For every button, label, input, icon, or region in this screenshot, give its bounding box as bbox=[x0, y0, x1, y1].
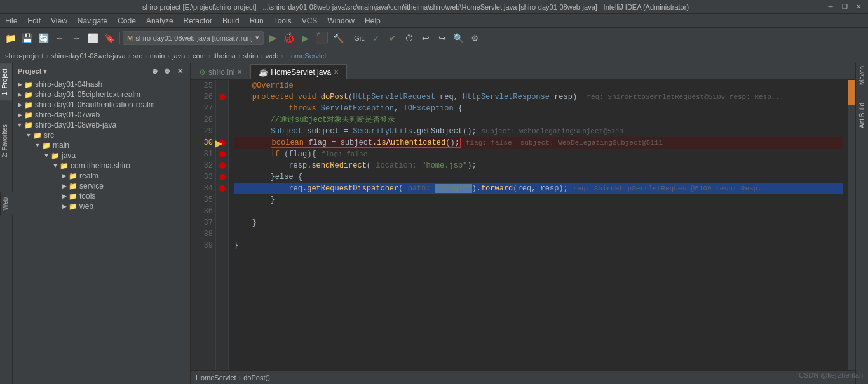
tree-node-realm[interactable]: ▶ 📁 realm bbox=[13, 171, 190, 181]
code-line-28: //通过subject对象去判断是否登录 bbox=[234, 114, 843, 126]
minimize-button[interactable]: ─ bbox=[826, 3, 835, 11]
toolbar-history-btn[interactable]: ⏱ bbox=[402, 30, 417, 46]
java-file-icon: ☕ bbox=[259, 68, 268, 77]
favorites-tab-btn[interactable]: 2: Favorites bbox=[0, 119, 12, 162]
menu-vcs[interactable]: VCS bbox=[297, 14, 323, 28]
toolbar-view-btn[interactable]: ⬜ bbox=[85, 30, 100, 46]
tree-node-06[interactable]: ▶ 📁 shiro-day01-06authentication-realm bbox=[13, 100, 190, 110]
toolbar-forward-btn[interactable]: → bbox=[69, 30, 84, 46]
toolbar-tick-btn[interactable]: ✔ bbox=[385, 30, 400, 46]
bc-com[interactable]: com bbox=[193, 52, 206, 60]
bc-src[interactable]: src bbox=[133, 52, 142, 60]
toolbar-redo-btn[interactable]: ↪ bbox=[435, 30, 450, 46]
tree-node-05[interactable]: ▶ 📁 shiro-day01-05ciphertext-realm bbox=[13, 89, 190, 100]
toolbar-project-btn[interactable]: 📁 bbox=[3, 30, 18, 46]
gutter-30: ▶ bbox=[216, 137, 228, 149]
tree-node-java[interactable]: ▼ 📁 java bbox=[13, 150, 190, 161]
tree-node-04hash[interactable]: ▶ 📁 shiro-day01-04hash bbox=[13, 79, 190, 89]
code-editor[interactable]: 25 26 27 28 29 30 31 32 33 34 35 36 37 3… bbox=[191, 80, 855, 370]
tree-node-com-itheima[interactable]: ▼ 📁 com.itheima.shiro bbox=[13, 161, 190, 171]
code-line-39: } bbox=[234, 240, 843, 251]
tree-node-tools[interactable]: ▶ 📁 tools bbox=[13, 191, 190, 201]
menu-build[interactable]: Build bbox=[217, 14, 245, 28]
menu-tools[interactable]: Tools bbox=[269, 14, 297, 28]
menu-refactor[interactable]: Refactor bbox=[179, 14, 217, 28]
toolbar-git-icon[interactable]: Git: bbox=[352, 30, 367, 46]
title-bar: shiro-project [E:\project\shiro-project]… bbox=[0, 0, 868, 14]
toolbar-bookmark-btn[interactable]: 🔖 bbox=[102, 30, 117, 46]
tree-node-web[interactable]: ▶ 📁 web bbox=[13, 201, 190, 211]
bc-java[interactable]: java bbox=[172, 52, 185, 60]
gutter-34 bbox=[216, 183, 228, 194]
breadcrumb: shiro-project › shiro-day01-08web-java ›… bbox=[0, 48, 868, 63]
run-button[interactable]: ▶ bbox=[265, 30, 280, 46]
editor-stripe bbox=[848, 80, 855, 370]
menu-analyze[interactable]: Analyze bbox=[141, 14, 179, 28]
toolbar-sync-btn[interactable]: 🔄 bbox=[36, 30, 51, 46]
menu-view[interactable]: View bbox=[46, 14, 72, 28]
tab-label-homeservlet: HomeServlet.java bbox=[271, 68, 331, 77]
tree-node-08[interactable]: ▼ 📁 shiro-day01-08web-java bbox=[13, 120, 190, 130]
bc-homeservlet[interactable]: HomeServlet bbox=[286, 52, 327, 60]
toolbar-save-btn[interactable]: 💾 bbox=[19, 30, 34, 46]
menu-navigate[interactable]: Navigate bbox=[72, 14, 112, 28]
bc-main[interactable]: main bbox=[150, 52, 165, 60]
run-config-label: shiro-day01-08web-java [tomcat7:run] bbox=[135, 34, 253, 42]
menu-code[interactable]: Code bbox=[112, 14, 141, 28]
bc-web[interactable]: web bbox=[266, 52, 278, 60]
current-arrow: ▶ bbox=[215, 137, 222, 149]
code-line-26: protected void doPost(HttpServletRequest… bbox=[234, 91, 843, 103]
sidebar-settings-icon[interactable]: ⚙ bbox=[162, 66, 172, 76]
tree-label-08: shiro-day01-08web-java bbox=[35, 121, 116, 129]
left-sidebar-tabs: 1: Project 2: Favorites bbox=[0, 63, 13, 384]
toolbar-undo-btn[interactable]: ↩ bbox=[418, 30, 433, 46]
coverage-button[interactable]: ▶ bbox=[298, 30, 313, 46]
tree-node-service[interactable]: ▶ 📁 service bbox=[13, 181, 190, 191]
toolbar-back-btn[interactable]: ← bbox=[52, 30, 67, 46]
line-numbers: 25 26 27 28 29 30 31 32 33 34 35 36 37 3… bbox=[191, 80, 216, 370]
toolbar-search-btn[interactable]: 🔍 bbox=[451, 30, 466, 46]
tab-shiro-ini[interactable]: ⚙ shiro.ini ✕ bbox=[191, 64, 250, 79]
toolbar-settings-btn[interactable]: ⚙ bbox=[468, 30, 483, 46]
sidebar-hide-icon[interactable]: ✕ bbox=[175, 66, 185, 76]
menu-file[interactable]: File bbox=[0, 14, 22, 28]
maven-tab[interactable]: Maven bbox=[857, 63, 867, 88]
toolbar-build2[interactable]: 🔨 bbox=[331, 30, 346, 46]
bc-shiro-day[interactable]: shiro-day01-08web-java bbox=[51, 52, 125, 60]
close-button[interactable]: ✕ bbox=[854, 3, 863, 11]
tab-homeservlet[interactable]: ☕ HomeServlet.java ✕ bbox=[250, 64, 347, 79]
web-tab-btn[interactable]: Web bbox=[0, 192, 13, 215]
editor-tabs: ⚙ shiro.ini ✕ ☕ HomeServlet.java ✕ bbox=[191, 63, 855, 80]
main-area: 1: Project 2: Favorites Project ▾ ⊕ ⚙ ✕ … bbox=[0, 63, 868, 384]
bc-bottom-dopost[interactable]: doPost() bbox=[243, 374, 270, 381]
tab-close-homeservlet[interactable]: ✕ bbox=[334, 69, 339, 76]
run-config-dropdown[interactable]: M shiro-day01-08web-java [tomcat7:run] ▾ bbox=[123, 31, 264, 45]
stop-button[interactable]: ⬛ bbox=[315, 30, 330, 46]
tree-arrow-java: ▼ bbox=[42, 152, 51, 159]
tree-label-java: java bbox=[62, 151, 76, 160]
menu-run[interactable]: Run bbox=[245, 14, 269, 28]
tree-arrow-04hash: ▶ bbox=[15, 81, 24, 88]
restore-button[interactable]: ❐ bbox=[840, 3, 849, 11]
project-tab-btn[interactable]: 1: Project bbox=[0, 63, 12, 100]
menu-edit[interactable]: Edit bbox=[22, 14, 46, 28]
bc-bottom-homeservlet[interactable]: HomeServlet bbox=[196, 374, 236, 381]
tree-node-src[interactable]: ▼ 📁 src bbox=[13, 130, 190, 140]
bc-itheima[interactable]: itheima bbox=[213, 52, 235, 60]
tree-node-07[interactable]: ▶ 📁 shiro-day01-07web bbox=[13, 110, 190, 120]
debug-button[interactable]: 🐞 bbox=[281, 30, 297, 46]
gutter-28 bbox=[216, 114, 228, 126]
code-content[interactable]: @Override protected void doPost(HttpServ… bbox=[229, 80, 848, 370]
bc-shiro[interactable]: shiro bbox=[243, 52, 259, 60]
tree-node-main[interactable]: ▼ 📁 main bbox=[13, 140, 190, 150]
bc-shiro-project[interactable]: shiro-project bbox=[5, 52, 44, 60]
menu-help[interactable]: Help bbox=[360, 14, 386, 28]
toolbar-check-btn[interactable]: ✓ bbox=[369, 30, 384, 46]
tab-close-shiro-ini[interactable]: ✕ bbox=[237, 69, 242, 76]
folder-icon-tools: 📁 bbox=[69, 192, 78, 201]
code-line-32: resp.sendRedirect( location: "home.jsp")… bbox=[234, 160, 843, 171]
menu-window[interactable]: Window bbox=[322, 14, 360, 28]
sidebar-collapse-icon[interactable]: ⊕ bbox=[149, 66, 159, 76]
ant-tab[interactable]: Ant Build bbox=[857, 100, 867, 131]
code-line-25: @Override bbox=[234, 80, 843, 91]
